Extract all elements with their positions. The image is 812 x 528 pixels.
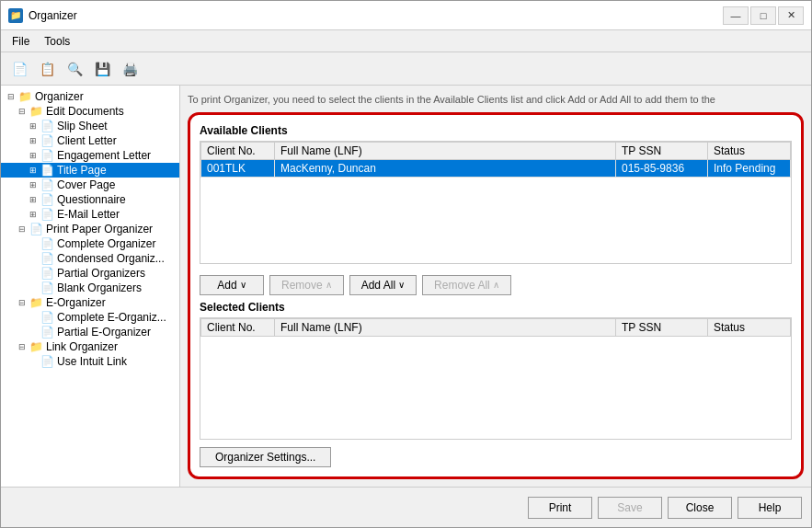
expand-icon: ⊞ (27, 121, 40, 131)
maximize-button[interactable]: □ (750, 6, 776, 25)
remove-arrow-icon: ∧ (326, 280, 332, 290)
doc-icon: 📄 (40, 267, 54, 280)
title-bar-left: 📁 Organizer (8, 8, 77, 23)
sidebar-item-email-letter[interactable]: ⊞ 📄 E-Mail Letter (1, 207, 179, 222)
selected-clients-table-wrapper: Client No. Full Name (LNF) TP SSN Status (200, 317, 792, 440)
toolbar-search-button[interactable]: 🔍 (62, 57, 87, 81)
action-buttons-row: Add ∨ Remove ∧ Add All ∨ Remove All ∧ (200, 270, 792, 301)
close-button[interactable]: Close (668, 497, 732, 519)
main-window: 📁 Organizer — □ ✕ File Tools 📄 📋 🔍 💾 🖨️ … (0, 0, 812, 528)
menu-file[interactable]: File (5, 33, 37, 50)
selected-clients-label: Selected Clients (200, 301, 792, 314)
panel-bottom: Organizer Settings... (200, 447, 792, 467)
col-header-client-no: Client No. (201, 143, 275, 160)
folder-icon: 📁 (29, 105, 43, 118)
doc-icon: 📄 (40, 193, 54, 206)
toolbar-new-button[interactable]: 📄 (6, 57, 32, 81)
main-layout: ⊟ 📁 Organizer ⊟ 📁 Edit Documents ⊞ 📄 Sli… (1, 86, 811, 487)
sidebar-item-organizer[interactable]: ⊟ 📁 Organizer (1, 89, 179, 104)
sidebar-tree: ⊟ 📁 Organizer ⊟ 📁 Edit Documents ⊞ 📄 Sli… (1, 86, 180, 487)
doc-icon: 📄 (40, 208, 54, 221)
sidebar-item-link-org[interactable]: ⊟ 📁 Link Organizer (1, 339, 179, 354)
sidebar-item-client-letter[interactable]: ⊞ 📄 Client Letter (1, 133, 179, 148)
available-clients-table-wrapper: Client No. Full Name (LNF) TP SSN Status… (200, 141, 792, 263)
sidebar-item-partial-org[interactable]: 📄 Partial Organizers (1, 266, 179, 281)
expand-icon: ⊞ (27, 180, 40, 189)
menu-tools[interactable]: Tools (37, 33, 77, 50)
sidebar-item-blank-org[interactable]: 📄 Blank Organizers (1, 281, 179, 295)
sidebar-item-condensed-org[interactable]: 📄 Condensed Organiz... (1, 251, 179, 266)
remove-all-label: Remove All (434, 279, 490, 292)
remove-all-button[interactable]: Remove All ∧ (422, 275, 511, 295)
expand-icon: ⊞ (27, 195, 40, 204)
available-clients-section: Available Clients Client No. Full Name (… (200, 124, 792, 263)
toolbar-copy-button[interactable]: 📋 (34, 57, 60, 81)
menu-bar: File Tools (1, 30, 811, 52)
content-area: To print Organizer, you need to select t… (180, 86, 811, 487)
cell-status: Info Pending (708, 160, 791, 178)
expand-icon: ⊟ (16, 342, 29, 351)
sidebar-item-e-organizer[interactable]: ⊟ 📁 E-Organizer (1, 295, 179, 310)
expand-icon: ⊟ (16, 107, 29, 116)
doc-icon: 📄 (40, 120, 54, 132)
save-button[interactable]: Save (598, 497, 662, 519)
sidebar-item-questionnaire[interactable]: ⊞ 📄 Questionnaire (1, 192, 179, 207)
expand-icon: ⊟ (5, 92, 17, 101)
remove-button[interactable]: Remove ∧ (269, 275, 344, 295)
organizer-settings-button[interactable]: Organizer Settings... (200, 447, 331, 467)
folder-icon: 📁 (29, 340, 43, 353)
sidebar-item-edit-docs[interactable]: ⊟ 📁 Edit Documents (1, 104, 179, 119)
sidebar-item-label: Client Letter (57, 134, 117, 147)
close-window-button[interactable]: ✕ (778, 6, 804, 25)
add-all-button[interactable]: Add All ∨ (349, 275, 417, 295)
help-button[interactable]: Help (738, 497, 802, 519)
cell-client-no: 001TLK (201, 160, 275, 178)
sidebar-item-cover-page[interactable]: ⊞ 📄 Cover Page (1, 178, 179, 192)
doc-icon: 📄 (29, 223, 43, 235)
sidebar-item-label: Slip Sheet (57, 120, 108, 132)
clients-panel: Available Clients Client No. Full Name (… (188, 112, 804, 479)
sidebar-item-complete-e-org[interactable]: 📄 Complete E-Organiz... (1, 310, 179, 325)
window-title: Organizer (29, 9, 77, 22)
table-row[interactable]: 001TLK MacKenny, Duncan 015-85-9836 Info… (201, 160, 791, 178)
col-header-tp-ssn: TP SSN (616, 143, 708, 160)
sidebar-item-label: Title Page (57, 164, 107, 177)
expand-icon: ⊟ (16, 298, 29, 307)
sidebar-item-partial-e-org[interactable]: 📄 Partial E-Organizer (1, 325, 179, 339)
expand-icon: ⊞ (27, 166, 40, 175)
sidebar-item-print-paper[interactable]: ⊟ 📄 Print Paper Organizer (1, 222, 179, 236)
toolbar-save-button[interactable]: 💾 (89, 57, 115, 81)
col-header-tp-ssn: TP SSN (616, 318, 708, 336)
print-button[interactable]: Print (528, 497, 592, 519)
toolbar-print-button[interactable]: 🖨️ (117, 57, 143, 81)
sidebar-item-complete-org[interactable]: 📄 Complete Organizer (1, 236, 179, 251)
sidebar-item-label: Complete E-Organiz... (57, 311, 166, 324)
doc-icon: 📄 (40, 311, 54, 324)
sidebar-item-slip-sheet[interactable]: ⊞ 📄 Slip Sheet (1, 119, 179, 133)
doc-icon: 📄 (40, 281, 54, 294)
expand-icon: ⊟ (16, 224, 29, 234)
folder-icon: 📁 (17, 90, 32, 103)
sidebar-item-use-intuit[interactable]: 📄 Use Intuit Link (1, 354, 179, 369)
sidebar-item-label: E-Organizer (46, 296, 106, 309)
remove-label: Remove (281, 279, 323, 292)
sidebar-item-label: Cover Page (57, 178, 115, 191)
add-label: Add (217, 279, 236, 292)
sidebar-item-label: Use Intuit Link (57, 355, 127, 368)
selected-clients-table: Client No. Full Name (LNF) TP SSN Status (200, 318, 791, 337)
sidebar-item-label: Questionnaire (57, 193, 126, 206)
col-header-full-name: Full Name (LNF) (275, 318, 616, 336)
add-button[interactable]: Add ∨ (200, 275, 264, 295)
sidebar-item-label: Print Paper Organizer (46, 223, 153, 235)
add-arrow-icon: ∨ (240, 280, 246, 290)
col-header-client-no: Client No. (201, 318, 275, 336)
expand-icon: ⊞ (27, 136, 40, 145)
doc-icon: 📄 (40, 252, 54, 265)
doc-icon: 📄 (40, 178, 54, 191)
sidebar-item-label: Edit Documents (46, 105, 124, 118)
sidebar-item-engagement-letter[interactable]: ⊞ 📄 Engagement Letter (1, 148, 179, 163)
instruction-text: To print Organizer, you need to select t… (188, 93, 804, 107)
sidebar-item-title-page[interactable]: ⊞ 📄 Title Page (1, 163, 179, 178)
sidebar-item-label: E-Mail Letter (57, 208, 120, 221)
minimize-button[interactable]: — (723, 6, 749, 25)
